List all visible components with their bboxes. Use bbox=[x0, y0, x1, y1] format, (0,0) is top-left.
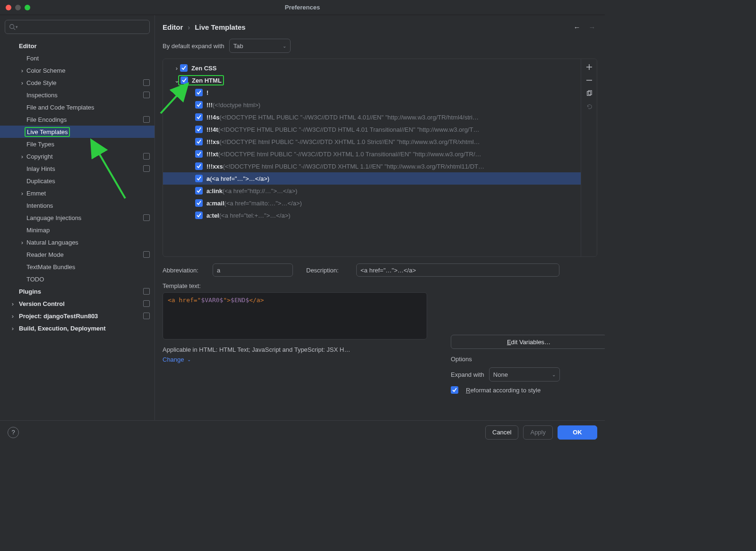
default-expand-select[interactable]: Tab ⌄ bbox=[229, 39, 291, 53]
template-enabled-checkbox[interactable] bbox=[195, 126, 203, 133]
sidebar-item-label: Color Scheme bbox=[26, 67, 150, 74]
search-icon bbox=[9, 24, 16, 30]
edit-variables-button[interactable]: Edit Variables… bbox=[451, 335, 605, 349]
options-title: Options bbox=[451, 356, 593, 363]
template-text-label: Template text: bbox=[163, 282, 597, 289]
sidebar-item-code-style[interactable]: ›Code Style bbox=[0, 76, 155, 89]
chevron-right-icon: › bbox=[19, 153, 26, 160]
template-item[interactable]: a (<a href="…">…</a>) bbox=[163, 172, 581, 185]
template-desc: (<!DOCTYPE html PUBLIC "-//W3C//DTD XHTM… bbox=[223, 163, 484, 170]
template-enabled-checkbox[interactable] bbox=[195, 175, 203, 182]
template-item[interactable]: a:mail (<a href="mailto:…">…</a>) bbox=[163, 197, 581, 209]
expand-with-select[interactable]: None ⌄ bbox=[489, 367, 560, 381]
nav-back-button[interactable]: ← bbox=[572, 22, 582, 32]
settings-search-input[interactable] bbox=[20, 24, 146, 31]
sidebar-item-textmate-bundles[interactable]: TextMate Bundles bbox=[0, 261, 155, 273]
search-filter-chevron-icon[interactable]: ▾ bbox=[16, 25, 18, 29]
settings-pane: Editor › Live Templates ← → By default e… bbox=[155, 15, 605, 420]
sidebar-item-build-execution-deployment[interactable]: ›Build, Execution, Deployment bbox=[0, 322, 155, 334]
template-enabled-checkbox[interactable] bbox=[195, 212, 203, 219]
chevron-right-icon: › bbox=[19, 79, 26, 86]
template-item[interactable]: !!!4s (<!DOCTYPE HTML PUBLIC "-//W3C//DT… bbox=[163, 111, 581, 123]
sidebar-item-plugins[interactable]: Plugins bbox=[0, 285, 155, 297]
description-label: Description: bbox=[306, 267, 352, 274]
template-item[interactable]: !!!xxs (<!DOCTYPE html PUBLIC "-//W3C//D… bbox=[163, 160, 581, 172]
template-text-editor[interactable]: <a href="$VAR0$">$END$</a> bbox=[163, 292, 427, 339]
template-enabled-checkbox[interactable] bbox=[195, 89, 203, 96]
chevron-right-icon bbox=[9, 42, 16, 49]
template-abbr: !!!4s bbox=[206, 114, 219, 121]
sidebar-item-intentions[interactable]: Intentions bbox=[0, 199, 155, 212]
sidebar-item-emmet[interactable]: ›Emmet bbox=[0, 187, 155, 199]
chevron-right-icon bbox=[19, 141, 26, 147]
sidebar-item-project-djangotestrun803[interactable]: ›Project: djangoTestRun803 bbox=[0, 310, 155, 322]
template-item[interactable]: !!!xs (<!DOCTYPE html PUBLIC "-//W3C//DT… bbox=[163, 136, 581, 148]
breadcrumb-editor[interactable]: Editor bbox=[163, 23, 183, 31]
options-panel: Edit Variables… Options Expand with None… bbox=[451, 335, 593, 394]
chevron-right-icon: › bbox=[19, 190, 26, 196]
template-item[interactable]: a:link (<a href="http://…">…</a>) bbox=[163, 185, 581, 197]
template-enabled-checkbox[interactable] bbox=[195, 150, 203, 158]
template-group[interactable]: ›Zen CSS bbox=[163, 62, 581, 74]
description-input[interactable] bbox=[356, 263, 559, 277]
template-enabled-checkbox[interactable] bbox=[195, 113, 203, 121]
help-button[interactable]: ? bbox=[8, 427, 19, 438]
template-item[interactable]: !!!4t (<!DOCTYPE HTML PUBLIC "-//W3C//DT… bbox=[163, 123, 581, 136]
sidebar-item-file-types[interactable]: File Types bbox=[0, 138, 155, 150]
template-item[interactable]: ! bbox=[163, 86, 581, 99]
template-enabled-checkbox[interactable] bbox=[195, 162, 203, 170]
sidebar-item-inspections[interactable]: Inspections bbox=[0, 89, 155, 101]
cancel-button[interactable]: Cancel bbox=[485, 425, 518, 440]
sidebar-item-label: File Encodings bbox=[26, 116, 143, 123]
sidebar-item-label: Inspections bbox=[26, 92, 143, 99]
template-item[interactable]: a:tel (<a href="tel:+…">…</a>) bbox=[163, 209, 581, 221]
sidebar-item-file-encodings[interactable]: File Encodings bbox=[0, 113, 155, 126]
chevron-right-icon bbox=[19, 92, 26, 98]
template-group[interactable]: ⌄Zen HTML bbox=[163, 74, 581, 86]
sidebar-item-font[interactable]: Font bbox=[0, 52, 155, 64]
sidebar-item-label: TextMate Bundles bbox=[26, 263, 150, 271]
template-abbr: ! bbox=[206, 89, 208, 96]
sidebar-item-file-and-code-templates[interactable]: File and Code Templates bbox=[0, 101, 155, 113]
sidebar-item-editor[interactable]: Editor bbox=[0, 40, 155, 52]
sidebar-item-inlay-hints[interactable]: Inlay Hints bbox=[0, 162, 155, 175]
change-contexts-link[interactable]: Change bbox=[163, 356, 184, 363]
settings-search[interactable]: ▾ bbox=[5, 20, 150, 34]
template-desc: (<a href="http://…">…</a>) bbox=[223, 187, 297, 195]
ok-button[interactable]: OK bbox=[558, 425, 597, 440]
sidebar-item-color-scheme[interactable]: ›Color Scheme bbox=[0, 64, 155, 76]
template-group-label: Zen CSS bbox=[191, 65, 216, 72]
default-expand-label: By default expand with bbox=[163, 42, 224, 50]
sidebar-item-label: Editor bbox=[19, 42, 150, 50]
template-enabled-checkbox[interactable] bbox=[195, 199, 203, 207]
sidebar-item-language-injections[interactable]: Language Injections bbox=[0, 212, 155, 224]
settings-sidebar: ▾ EditorFont›Color Scheme›Code StyleInsp… bbox=[0, 15, 155, 420]
template-item[interactable]: !!! (<!doctype html>) bbox=[163, 99, 581, 111]
sidebar-item-copyright[interactable]: ›Copyright bbox=[0, 150, 155, 162]
copy-template-button[interactable] bbox=[583, 87, 596, 100]
reformat-checkbox[interactable] bbox=[451, 386, 458, 394]
template-enabled-checkbox[interactable] bbox=[195, 101, 203, 109]
sidebar-item-version-control[interactable]: ›Version Control bbox=[0, 297, 155, 310]
template-enabled-checkbox[interactable] bbox=[195, 138, 203, 145]
chevron-down-icon: ⌄ bbox=[187, 357, 191, 362]
sidebar-item-label: Inlay Hints bbox=[26, 165, 143, 172]
template-enabled-checkbox[interactable] bbox=[195, 187, 203, 195]
template-enabled-checkbox[interactable] bbox=[180, 64, 188, 72]
sidebar-item-duplicates[interactable]: Duplicates bbox=[0, 175, 155, 187]
chevron-right-icon: › bbox=[9, 325, 16, 331]
template-enabled-checkbox[interactable] bbox=[180, 76, 188, 84]
sidebar-item-todo[interactable]: TODO bbox=[0, 273, 155, 285]
add-template-button[interactable] bbox=[583, 61, 596, 73]
sidebar-item-reader-mode[interactable]: Reader Mode bbox=[0, 248, 155, 261]
sidebar-item-minimap[interactable]: Minimap bbox=[0, 224, 155, 236]
template-item[interactable]: !!!xt (<!DOCTYPE html PUBLIC "-//W3C//DT… bbox=[163, 148, 581, 160]
sidebar-item-live-templates[interactable]: Live Templates bbox=[0, 126, 155, 138]
chevron-right-icon bbox=[19, 227, 26, 233]
chevron-right-icon bbox=[19, 165, 26, 172]
sidebar-item-label: Intentions bbox=[26, 202, 150, 209]
sidebar-item-natural-languages[interactable]: ›Natural Languages bbox=[0, 236, 155, 248]
sidebar-item-label: Version Control bbox=[19, 300, 143, 307]
abbreviation-input[interactable] bbox=[213, 263, 293, 277]
remove-template-button[interactable] bbox=[583, 74, 596, 86]
